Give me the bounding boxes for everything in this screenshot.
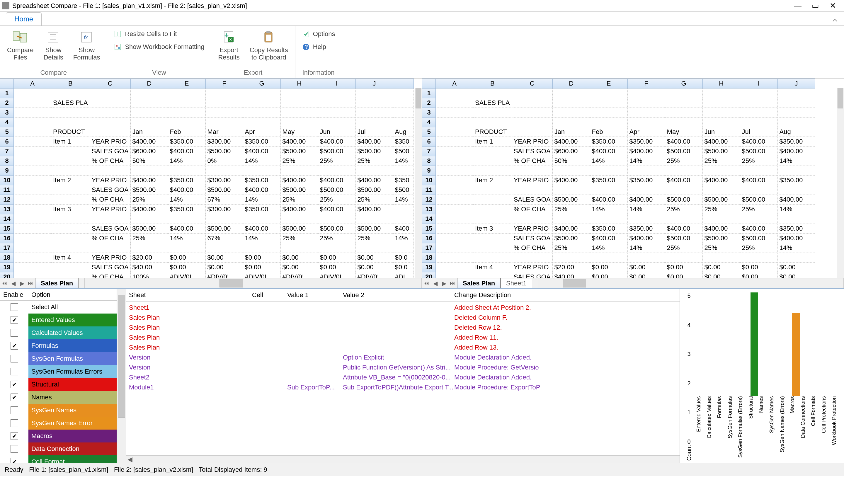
cell[interactable] [473,146,512,156]
option-checkbox[interactable] [11,303,18,311]
cell[interactable]: 14% [243,156,281,166]
cell[interactable]: $350.00 [777,224,815,234]
cell[interactable]: $0.00 [281,263,318,272]
cell[interactable]: % OF CHA [90,234,130,243]
cell[interactable]: $400.00 [243,224,281,234]
row-header[interactable]: 9 [0,166,14,176]
cell[interactable]: $400.00 [281,204,318,214]
col-header[interactable]: J [356,79,393,89]
cell[interactable]: $400.00 [130,176,168,185]
cell[interactable]: 25% [665,156,702,166]
cell[interactable] [777,253,815,263]
cell[interactable]: $500.00 [665,146,702,156]
cell[interactable]: 25% [318,156,356,166]
cell[interactable] [777,98,815,108]
row-header[interactable]: 17 [0,243,14,253]
diff-row[interactable]: Sales PlanAdded Row 11. [129,332,677,343]
cell[interactable] [740,185,777,195]
cell[interactable] [205,98,243,108]
cell[interactable]: $400.00 [168,185,205,195]
cell[interactable]: $400.00 [627,146,665,156]
cell[interactable]: $500.00 [740,195,777,204]
show-details-button[interactable]: Show Details [40,28,66,63]
row-header[interactable]: 7 [422,146,436,156]
cell[interactable]: 14% [590,156,627,166]
cell[interactable] [590,166,627,176]
cell[interactable] [51,263,90,272]
help-button[interactable]: ? Help [300,42,338,52]
cell[interactable]: SALES GOA [90,146,130,156]
cell[interactable] [14,98,51,108]
cell[interactable]: $400.00 [740,137,777,146]
cell[interactable]: Jan [130,127,168,137]
cell[interactable] [590,214,627,224]
cell[interactable]: Aug [393,127,413,137]
row-header[interactable]: 9 [422,166,436,176]
col-header[interactable]: I [740,79,777,89]
sheet-nav-prev[interactable]: ◀ [431,280,439,287]
cell[interactable]: $400.00 [665,137,702,146]
cell[interactable] [14,253,51,263]
cell[interactable]: $400.00 [552,176,590,185]
cell[interactable] [90,98,130,108]
cell[interactable]: 14% [777,204,815,214]
cell[interactable]: 25% [702,243,740,253]
cell[interactable]: 25% [318,195,356,204]
cell[interactable]: $400.00 [318,176,356,185]
cell[interactable] [552,166,590,176]
cell[interactable] [436,108,473,118]
sheet-nav-next[interactable]: ▶ [439,280,448,287]
option-checkbox[interactable] [11,368,18,375]
row-header[interactable]: 20 [0,272,14,278]
cell[interactable] [318,166,356,176]
row-header[interactable]: 1 [0,89,14,98]
col-header[interactable]: D [130,79,168,89]
cell[interactable] [740,118,777,127]
cell[interactable]: 14% [168,156,205,166]
diff-row[interactable]: VersionPublic Function GetVersion() As S… [129,362,677,373]
cell[interactable]: #DIV/0! [205,272,243,278]
col-header[interactable]: F [627,79,665,89]
cell[interactable]: $400.00 [665,224,702,234]
cell[interactable]: 14% [627,156,665,166]
cell[interactable]: 14% [590,243,627,253]
cell[interactable]: Item 4 [51,253,90,263]
cell[interactable]: 14% [393,195,413,204]
cell[interactable] [665,98,702,108]
cell[interactable]: $400.00 [356,204,393,214]
cell[interactable] [281,243,318,253]
option-row[interactable]: SysGen Formulas [0,352,116,365]
cell[interactable]: Apr [243,127,281,137]
cell[interactable]: 67% [205,195,243,204]
cell[interactable] [90,89,130,98]
cell[interactable] [14,214,51,224]
cell[interactable] [702,185,740,195]
cell[interactable]: $500 [393,146,413,156]
cell[interactable]: $0.00 [777,263,815,272]
cell[interactable] [590,185,627,195]
cell[interactable] [702,166,740,176]
cell[interactable] [243,214,281,224]
cell[interactable] [130,214,168,224]
cell[interactable]: 25% [281,195,318,204]
cell[interactable] [740,108,777,118]
cell[interactable] [14,166,51,176]
cell[interactable]: $0.00 [281,253,318,263]
right-horizontal-scrollbar[interactable] [538,278,844,288]
cell[interactable]: $400.00 [740,176,777,185]
cell[interactable]: 25% [130,195,168,204]
cell[interactable] [473,195,512,204]
cell[interactable] [205,89,243,98]
cell[interactable] [130,118,168,127]
cell[interactable]: 25% [665,243,702,253]
row-header[interactable]: 16 [0,234,14,243]
row-header[interactable]: 3 [422,108,436,118]
cell[interactable]: 25% [318,234,356,243]
cell[interactable] [281,214,318,224]
cell[interactable]: YEAR PRIO [512,176,552,185]
cell[interactable] [552,118,590,127]
cell[interactable]: $400.00 [777,195,815,204]
cell[interactable] [14,195,51,204]
cell[interactable] [512,214,552,224]
cell[interactable] [590,89,627,98]
